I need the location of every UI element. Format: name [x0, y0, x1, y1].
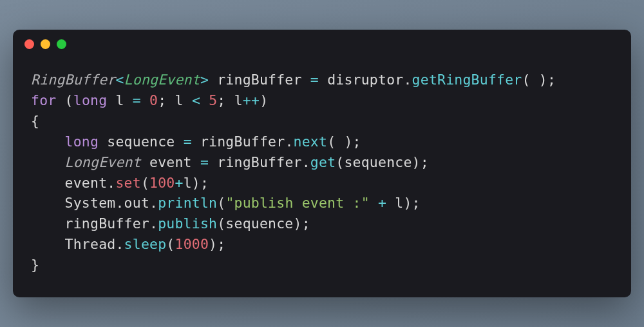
close-icon[interactable] [24, 39, 34, 49]
code-line: RingBuffer<LongEvent> ringBuffer = disru… [31, 72, 556, 88]
code-line: event.set(100+l); [31, 175, 209, 191]
zoom-icon[interactable] [57, 39, 66, 49]
code-line: { [31, 113, 39, 129]
code-line: long sequence = ringBuffer.next( ); [31, 134, 361, 150]
minimize-icon[interactable] [41, 39, 50, 49]
code-line: ringBuffer.publish(sequence); [31, 215, 310, 232]
code-window: RingBuffer<LongEvent> ringBuffer = disru… [13, 30, 631, 297]
code-line: Thread.sleep(1000); [31, 236, 225, 252]
code-line: } [31, 257, 39, 273]
code-line: System.out.println("publish event :" + l… [31, 195, 421, 211]
code-block: RingBuffer<LongEvent> ringBuffer = disru… [13, 58, 631, 297]
titlebar [13, 30, 631, 58]
code-line: LongEvent event = ringBuffer.get(sequenc… [31, 154, 429, 170]
code-line: for (long l = 0; l < 5; l++) [31, 92, 268, 108]
